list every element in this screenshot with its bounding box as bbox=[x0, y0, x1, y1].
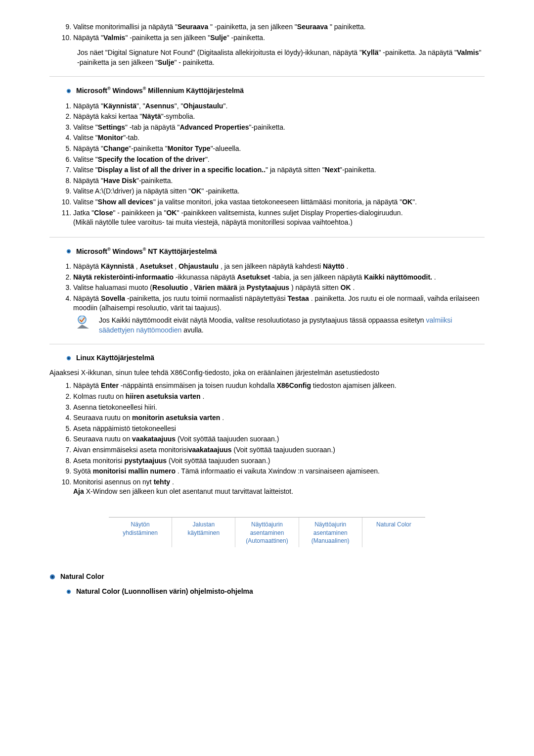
list-item: Valitse "Display a list of all the drive… bbox=[73, 165, 485, 176]
list-item: Asenna tietokoneellesi hiiri. bbox=[73, 402, 485, 413]
list-item: Seuraava ruutu on vaakataajuus (Voit syö… bbox=[73, 434, 485, 445]
bottom-tab-1[interactable]: Jalustankäyttäminen bbox=[172, 518, 235, 547]
top-ordered-list: Valitse monitorimallisi ja näpäytä "Seur… bbox=[49, 22, 485, 43]
svg-point-4 bbox=[78, 316, 86, 324]
bottom-tabs: NäytönyhdistäminenJalustankäyttäminenNäy… bbox=[109, 517, 425, 547]
list-item: Näpäytä "Have Disk"-painiketta. bbox=[73, 176, 485, 187]
linux-intro: Ajaaksesi X-ikkunan, sinun tulee tehdä X… bbox=[49, 368, 485, 378]
section-heading-linux: Linux Käyttöjärjestelmä bbox=[66, 353, 485, 363]
linux-ordered-list: Näpäytä Enter -näppäintä ensimmäisen ja … bbox=[49, 380, 485, 497]
list-item: Aivan ensimmäiseksi aseta monitorisivaak… bbox=[73, 445, 485, 456]
list-item: Syötä monitorisi mallin numero . Tämä in… bbox=[73, 466, 485, 477]
top-note: Jos näet "Digital Signature Not Found" (… bbox=[77, 48, 485, 67]
list-item: Valitse "Show all devices" ja valitse mo… bbox=[73, 197, 485, 208]
list-item: Näpäytä "Valmis" -painiketta ja sen jälk… bbox=[73, 33, 485, 44]
list-item: Valitse A:\(D:\driver) ja näpäytä sitten… bbox=[73, 186, 485, 197]
nt-ordered-list: Näpäytä Käynnistä , Asetukset , Ohjausta… bbox=[49, 261, 485, 314]
nt-note-row: Jos Kaikki näyttömoodit eivät näytä Mood… bbox=[77, 316, 485, 335]
svg-point-3 bbox=[68, 250, 70, 252]
svg-point-6 bbox=[68, 357, 70, 359]
section-heading-me: Microsoft® Windows® Millennium Käyttöjär… bbox=[66, 86, 485, 95]
list-item: Seuraava ruutu on monitorin asetuksia va… bbox=[73, 413, 485, 424]
bullet-icon bbox=[66, 249, 71, 254]
list-item: Näpäytä kaksi kertaa "Näytä"-symbolia. bbox=[73, 111, 485, 122]
section-heading-nt: Microsoft® Windows® NT Käyttöjärjestelmä bbox=[66, 246, 485, 256]
list-item: Näpäytä Sovella -painiketta, jos ruutu t… bbox=[73, 293, 485, 314]
list-item: Kolmas ruutu on hiiren asetuksia varten … bbox=[73, 391, 485, 402]
list-item: Näpäytä Enter -näppäintä ensimmäisen ja … bbox=[73, 380, 485, 391]
list-item: Aseta näppäimistö tietokoneellesi bbox=[73, 424, 485, 434]
natural-color-sub: Natural Color (Luonnollisen värin) ohjel… bbox=[66, 587, 485, 597]
svg-point-1 bbox=[68, 90, 70, 92]
bottom-tab-3[interactable]: Näyttöajurin asentaminen(Manuaalinen) bbox=[299, 518, 362, 547]
divider bbox=[49, 76, 485, 77]
list-item: Valitse monitorimallisi ja näpäytä "Seur… bbox=[73, 22, 485, 33]
bullet-icon bbox=[66, 89, 71, 94]
bullet-icon bbox=[66, 356, 71, 361]
bullet-icon bbox=[66, 589, 71, 594]
bottom-nav: NäytönyhdistäminenJalustankäyttäminenNäy… bbox=[109, 517, 425, 547]
list-item: Aseta monitorisi pystytaajuus (Voit syöt… bbox=[73, 456, 485, 467]
list-item: Valitse haluamasi muoto (Resoluutio , Vä… bbox=[73, 283, 485, 293]
natural-color-heading: Natural Color bbox=[49, 572, 485, 582]
bullet-icon bbox=[49, 574, 55, 580]
bottom-tab-0[interactable]: Näytönyhdistäminen bbox=[109, 518, 172, 547]
list-item: Valitse "Settings" -tab ja näpäytä "Adva… bbox=[73, 122, 485, 133]
list-item: Näpäytä Käynnistä , Asetukset , Ohjausta… bbox=[73, 261, 485, 272]
note-icon bbox=[77, 316, 94, 330]
me-ordered-list: Näpäytä "Käynnistä", "Asennus", "Ohjaust… bbox=[49, 101, 485, 228]
svg-point-10 bbox=[68, 591, 70, 593]
list-item: Valitse "Specify the location of the dri… bbox=[73, 154, 485, 165]
list-item: Näytä rekisteröinti-informaatio -ikkunas… bbox=[73, 272, 485, 283]
list-item: Näpäytä "Käynnistä", "Asennus", "Ohjaust… bbox=[73, 101, 485, 112]
list-item: Monitorisi asennus on nyt tehty .Aja X-W… bbox=[73, 477, 485, 497]
list-item: Jatka "Close" - painikkeen ja "OK" -pain… bbox=[73, 208, 485, 228]
bottom-tab-2[interactable]: Näyttöajurin asentaminen(Automaattinen) bbox=[235, 518, 299, 547]
divider bbox=[49, 237, 485, 237]
bottom-tab-4[interactable]: Natural Color bbox=[362, 518, 425, 547]
list-item: Näpäytä "Change"-painiketta "Monitor Typ… bbox=[73, 143, 485, 154]
svg-point-8 bbox=[51, 576, 53, 578]
list-item: Valitse "Monitor"-tab. bbox=[73, 133, 485, 143]
divider bbox=[49, 344, 485, 344]
